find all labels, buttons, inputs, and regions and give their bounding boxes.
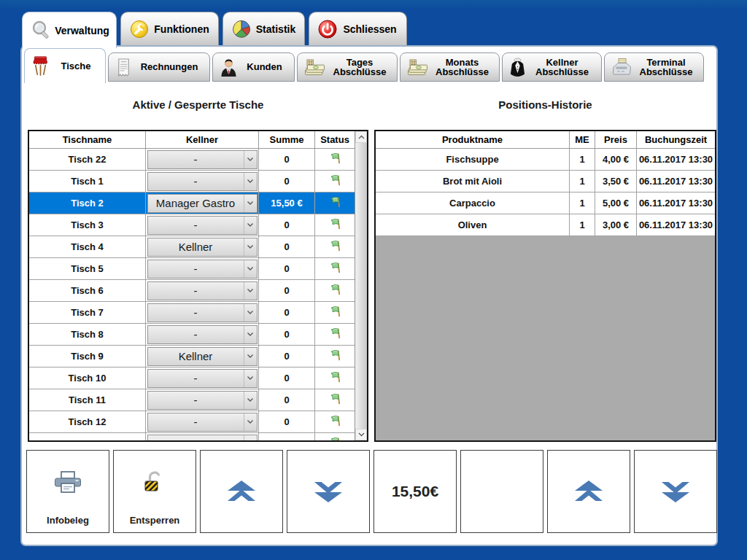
table-row[interactable]: Tisch 12-0 (29, 411, 355, 433)
kellner-dropdown[interactable]: Kellner (147, 347, 258, 366)
sub-tab-kunden[interactable]: Kunden (212, 52, 295, 82)
sub-tab-monats-abschl-sse[interactable]: MonatsAbschlüsse (400, 52, 500, 82)
scrollbar-down-arrow-icon[interactable] (355, 429, 367, 440)
kellner-cell: - (146, 214, 259, 236)
entsperren-button[interactable]: Entsperren (113, 450, 196, 533)
top-tab-schliessen[interactable]: Schliessen (309, 12, 407, 45)
top-tab-funktionen[interactable]: Funktionen (120, 12, 219, 45)
kellner-dropdown[interactable]: - (147, 303, 258, 322)
kellner-cell: - (146, 149, 259, 171)
tischname-cell: Tisch 8 (29, 324, 146, 346)
sub-tab-label: KellnerAbschlüsse (526, 58, 598, 77)
preis-cell: 4,00 € (595, 149, 637, 171)
chevron-down-icon (244, 173, 257, 190)
preis-cell: 3,50 € (595, 171, 637, 192)
me-cell: 1 (570, 149, 595, 171)
status-cell (315, 258, 355, 280)
kellner-cell: - (146, 324, 259, 346)
power-icon (317, 19, 338, 39)
kellner-dropdown[interactable]: - (147, 325, 258, 344)
status-cell (315, 324, 355, 346)
history-scroll-down-button[interactable] (634, 450, 717, 533)
top-tab-label: Funktionen (150, 23, 214, 35)
kellner-selected-value: - (148, 372, 244, 384)
tables-scrollbar[interactable] (355, 131, 367, 440)
summe-cell: 0 (259, 171, 315, 192)
kellner-dropdown[interactable]: - (147, 435, 258, 441)
chevron-down-icon (244, 260, 257, 278)
empty-button[interactable] (460, 450, 543, 533)
status-cell (315, 171, 355, 192)
sum-display-button[interactable]: 15,50€ (374, 450, 457, 533)
table-row[interactable]: Tisch 1-0 (29, 171, 355, 192)
tables-scroll-down-button[interactable] (287, 450, 370, 533)
column-header-buchungszeit: Buchungszeit (637, 131, 715, 149)
top-tab-statistik[interactable]: Statistik (222, 12, 305, 45)
summe-cell: 0 (259, 324, 315, 346)
kellner-selected-value: - (148, 153, 244, 166)
table-row[interactable]: Tisch 7-0 (29, 302, 355, 324)
kellner-dropdown[interactable]: - (147, 216, 258, 235)
kellner-dropdown[interactable]: - (147, 369, 258, 388)
kellner-dropdown[interactable]: - (147, 150, 258, 169)
kellner-dropdown[interactable]: - (147, 413, 258, 432)
sub-tab-label-line: Rechnungen (132, 62, 206, 72)
sub-tab-tische[interactable]: Tische (24, 48, 106, 83)
kellner-dropdown[interactable]: - (147, 172, 258, 191)
table-row[interactable]: Tisch 8-0 (29, 324, 355, 346)
kellner-selected-value: - (148, 328, 244, 341)
history-row[interactable]: Carpaccio15,00 €06.11.2017 13:30 (376, 192, 715, 214)
kellner-dropdown[interactable]: - (147, 391, 258, 410)
scrollbar-thumb[interactable] (355, 143, 367, 429)
history-row[interactable]: Oliven13,00 €06.11.2017 13:30 (376, 214, 715, 236)
chevron-down-icon (244, 348, 257, 365)
history-table-empty-area (376, 236, 715, 440)
status-cell (315, 192, 355, 214)
table-row[interactable]: Tisch 2Manager Gastro15,50 € (29, 192, 355, 214)
sub-tab-rechnungen[interactable]: Rechnungen (108, 52, 210, 82)
chevron-down-icon (244, 238, 257, 256)
kellner-selected-value: Manager Gastro (148, 197, 244, 209)
summe-cell: 0 (259, 389, 315, 411)
kellner-cell: - (146, 433, 259, 440)
top-tab-label: Verwaltung (53, 25, 112, 36)
tischname-cell: Tisch 5 (29, 258, 146, 280)
kellner-dropdown[interactable]: - (147, 260, 258, 279)
history-row[interactable]: Fischsuppe14,00 €06.11.2017 13:30 (376, 149, 715, 171)
table-row[interactable]: Tisch 22-0 (29, 149, 355, 171)
table-row[interactable]: Tisch 9Kellner0 (29, 346, 355, 368)
table-row[interactable]: Tisch 4Kellner0 (29, 236, 355, 258)
table-row[interactable]: Tisch 6-0 (29, 280, 355, 302)
terminal-icon (611, 58, 632, 77)
scrollbar-up-arrow-icon[interactable] (355, 131, 367, 143)
kellner-dropdown[interactable]: Kellner (147, 238, 258, 257)
unlock-icon (114, 451, 196, 515)
chevrons-down-icon (287, 451, 369, 532)
sub-tab-tages-abschl-sse[interactable]: TagesAbschlüsse (297, 52, 398, 82)
summe-cell: 0 (259, 149, 315, 171)
column-header-summe: Summe (259, 131, 315, 149)
kellner-dropdown[interactable]: Manager Gastro (147, 194, 258, 213)
me-cell: 1 (570, 214, 595, 236)
chevrons-up-icon (548, 451, 630, 532)
tables-scroll-up-button[interactable] (200, 450, 283, 533)
infobeleg-button[interactable]: Infobeleg (26, 450, 109, 533)
history-scroll-up-button[interactable] (547, 450, 630, 533)
summe-cell: 0 (259, 236, 315, 258)
table-row[interactable]: Tisch 10-0 (29, 368, 355, 389)
sub-tab-terminal-abschl-sse[interactable]: TerminalAbschlüsse (604, 52, 704, 82)
summe-cell: 0 (259, 258, 315, 280)
history-row[interactable]: Brot mit Aioli13,50 €06.11.2017 13:30 (376, 171, 715, 192)
table-row[interactable]: Tisch 11-0 (29, 389, 355, 411)
table-row[interactable]: Tisch 5-0 (29, 258, 355, 280)
sub-tab-kellner-abschl-sse[interactable]: KellnerAbschlüsse (502, 52, 602, 82)
sub-tab-label-line: Abschlüsse (526, 67, 598, 77)
table-row[interactable]: Tisch 3-0 (29, 214, 355, 236)
kellner-cell: - (146, 258, 259, 280)
tischname-cell: Tisch 3 (29, 214, 146, 236)
kellner-dropdown[interactable]: - (147, 281, 258, 300)
top-tab-verwaltung[interactable]: Verwaltung (22, 12, 117, 48)
table-row[interactable]: Tisch 13-0 (29, 433, 355, 440)
tischname-cell: Tisch 6 (29, 280, 146, 302)
kellner-selected-value: - (148, 175, 244, 187)
